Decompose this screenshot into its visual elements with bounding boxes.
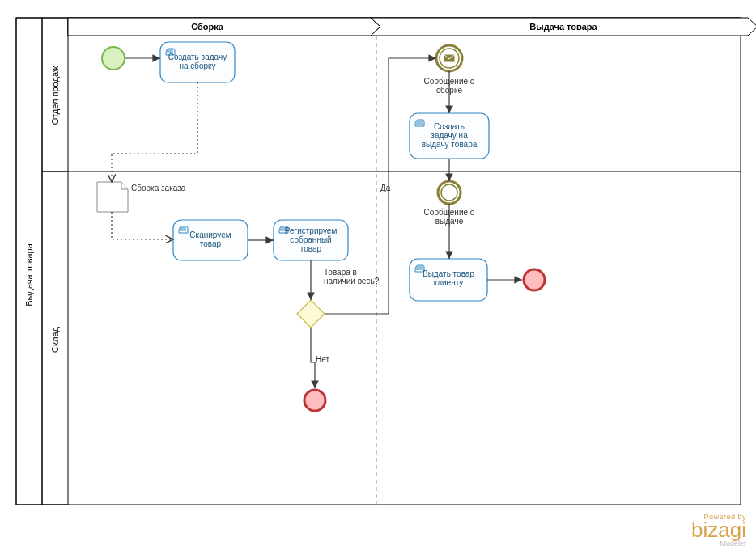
- task-create-delivery[interactable]: Создатьзадачу навыдачу товара: [410, 113, 489, 159]
- gateway-question: Товара вналичии весь?: [324, 268, 380, 285]
- phase-assembly-label: Сборка: [191, 22, 224, 32]
- task-issue[interactable]: Выдать товарклиенту: [410, 259, 487, 301]
- flow-no-label: Нет: [316, 355, 329, 364]
- svg-rect-14: [297, 300, 325, 328]
- task-register[interactable]: Регистрируемсобранныйтовар: [274, 220, 348, 260]
- lane-sales-title: Отдел продаж: [50, 66, 60, 125]
- start-event[interactable]: [102, 47, 125, 70]
- gateway-stock-check[interactable]: Товара вналичии весь?: [297, 268, 380, 328]
- svg-point-23: [441, 184, 457, 201]
- end-event-final[interactable]: [524, 269, 545, 290]
- artifact-order-doc-label: Сборка заказа: [131, 184, 186, 192]
- bizagi-logo: Powered by bizagi Modeler: [691, 513, 746, 548]
- diagram-canvas: Выдача товара Отдел продаж Склад Сборка …: [0, 0, 756, 554]
- lane-warehouse-title: Склад: [50, 327, 60, 353]
- artifact-order-doc[interactable]: Сборка заказа: [97, 182, 186, 212]
- task-scan[interactable]: Сканируемтовар: [173, 220, 248, 260]
- phase-delivery-label: Выдача товара: [529, 22, 597, 32]
- svg-rect-0: [16, 18, 741, 505]
- svg-point-7: [102, 47, 125, 70]
- task-create-assembly[interactable]: Создать задачуна сборку: [160, 42, 235, 82]
- end-event-no[interactable]: [304, 390, 325, 411]
- flow-yes-label: Да: [380, 184, 391, 192]
- pool-title: Выдача товара: [24, 243, 34, 306]
- pool: Выдача товара Отдел продаж Склад: [16, 18, 741, 505]
